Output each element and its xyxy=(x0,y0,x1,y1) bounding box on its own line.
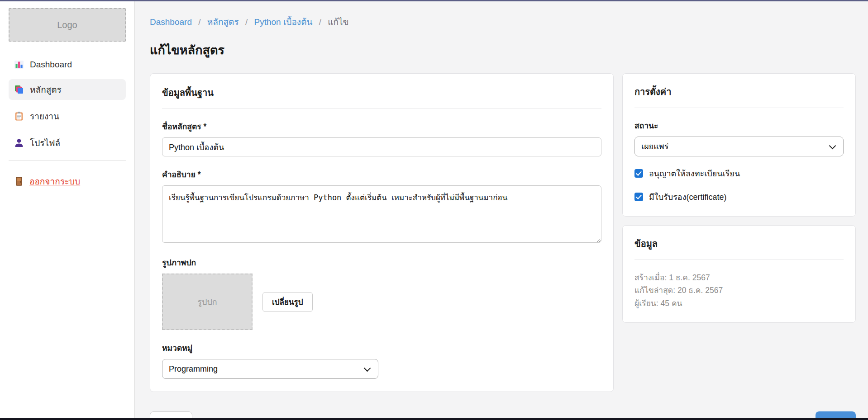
breadcrumb-current: แก้ไข xyxy=(328,17,348,27)
info-heading: ข้อมูล xyxy=(634,236,844,260)
cover-placeholder-text: รูปปก xyxy=(197,295,217,308)
checked-checkbox-icon[interactable] xyxy=(634,169,643,178)
sidebar-item-label: โปรไฟล์ xyxy=(30,136,60,150)
modified-date-text: แก้ไขล่าสุด: 20 ธ.ค. 2567 xyxy=(634,284,844,297)
category-group: หมวดหมู่ Programming xyxy=(162,342,601,379)
status-label: สถานะ xyxy=(634,119,844,132)
breadcrumb-courses[interactable]: หลักสูตร xyxy=(207,17,239,27)
course-name-label: ชื่อหลักสูตร * xyxy=(162,120,601,133)
checked-checkbox-icon[interactable] xyxy=(634,193,643,201)
sidebar: Logo Dashboard หลักสูตร xyxy=(0,1,135,418)
category-select[interactable]: Programming xyxy=(162,359,378,379)
certificate-checkbox-row[interactable]: มีใบรับรอง(certificate) xyxy=(634,190,844,203)
sidebar-item-label: หลักสูตร xyxy=(30,83,62,96)
basic-info-heading: ข้อมูลพื้นฐาน xyxy=(162,85,601,109)
sidebar-item-courses[interactable]: หลักสูตร xyxy=(9,79,126,100)
sidebar-divider xyxy=(9,160,126,161)
breadcrumb-separator: / xyxy=(198,17,200,27)
cover-image-group: รูปภาพปก รูปปก เปลี่ยนรูป xyxy=(162,256,601,330)
certificate-label: มีใบรับรอง(certificate) xyxy=(649,190,726,203)
bar-chart-icon xyxy=(14,60,24,70)
basic-info-card: ข้อมูลพื้นฐาน ชื่อหลักสูตร * คำอธิบาย * … xyxy=(150,73,614,392)
course-name-input[interactable] xyxy=(162,137,601,156)
description-textarea[interactable]: เรียนรู้พื้นฐานการเขียนโปรแกรมด้วยภาษา P… xyxy=(162,185,601,243)
status-select[interactable]: เผยแพร่ xyxy=(634,137,844,156)
description-label: คำอธิบาย * xyxy=(162,168,601,181)
breadcrumb-separator: / xyxy=(245,17,248,27)
settings-heading: การตั้งค่า xyxy=(634,85,844,108)
created-date-text: สร้างเมื่อ: 1 ธ.ค. 2567 xyxy=(634,271,844,284)
breadcrumb-separator: / xyxy=(319,17,321,27)
student-count-text: ผู้เรียน: 45 คน xyxy=(634,297,844,310)
course-name-group: ชื่อหลักสูตร * xyxy=(162,120,601,156)
breadcrumb-course-name[interactable]: Python เบื้องต้น xyxy=(254,17,312,27)
window-top-edge xyxy=(0,0,868,1)
allow-enroll-label: อนุญาตให้ลงทะเบียนเรียน xyxy=(649,167,740,180)
settings-card: การตั้งค่า สถานะ เผยแพร่ อนุญาตให้ลงทะเบ… xyxy=(622,73,856,217)
clipboard-icon xyxy=(14,111,24,121)
window-bottom-edge xyxy=(0,418,868,420)
sidebar-item-dashboard[interactable]: Dashboard xyxy=(9,56,126,73)
cover-image-label: รูปภาพปก xyxy=(162,256,601,269)
category-label: หมวดหมู่ xyxy=(162,342,601,354)
logo-placeholder: Logo xyxy=(9,8,126,42)
sidebar-item-profile[interactable]: โปรไฟล์ xyxy=(9,132,126,153)
logout-label: ออกจากระบบ xyxy=(29,175,80,188)
allow-enroll-checkbox-row[interactable]: อนุญาตให้ลงทะเบียนเรียน xyxy=(634,167,844,180)
sidebar-item-label: รายงาน xyxy=(30,109,59,123)
page-title: แก้ไขหลักสูตร xyxy=(150,40,856,60)
cover-image-placeholder: รูปปก xyxy=(162,274,253,330)
breadcrumb: Dashboard / หลักสูตร / Python เบื้องต้น … xyxy=(150,15,856,28)
breadcrumb-dashboard[interactable]: Dashboard xyxy=(150,17,192,27)
main-area: Dashboard / หลักสูตร / Python เบื้องต้น … xyxy=(135,1,868,418)
logo-text: Logo xyxy=(57,20,77,30)
sidebar-item-reports[interactable]: รายงาน xyxy=(9,106,126,127)
books-icon xyxy=(14,85,24,94)
description-group: คำอธิบาย * เรียนรู้พื้นฐานการเขียนโปรแกร… xyxy=(162,168,601,245)
logout-link[interactable]: ออกจากระบบ xyxy=(9,175,126,188)
sidebar-item-label: Dashboard xyxy=(30,60,72,70)
info-card: ข้อมูล สร้างเมื่อ: 1 ธ.ค. 2567 แก้ไขล่าส… xyxy=(622,225,856,323)
person-icon xyxy=(14,138,24,148)
change-image-button[interactable]: เปลี่ยนรูป xyxy=(262,292,313,312)
door-icon xyxy=(14,176,24,186)
